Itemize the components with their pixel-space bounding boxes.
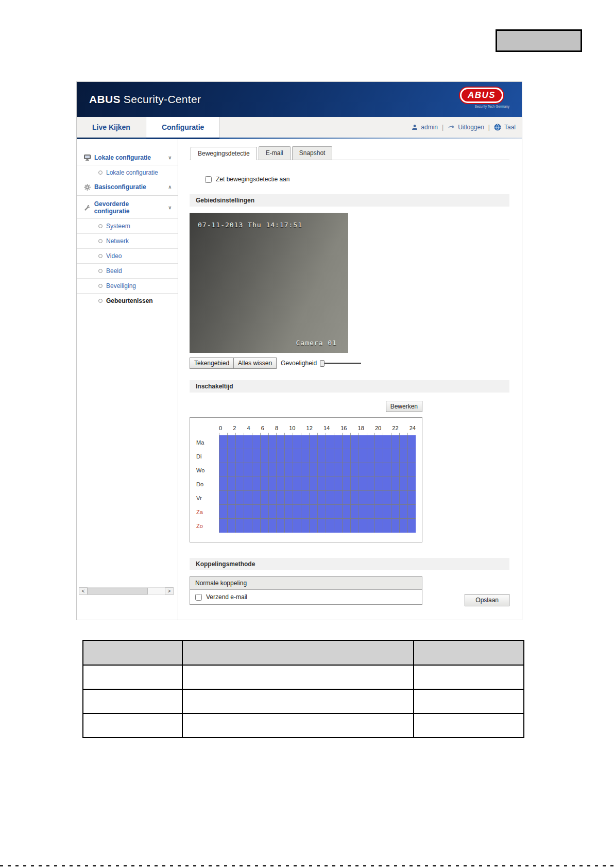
hour-label: 18 bbox=[358, 425, 364, 431]
day-label-zo: Zo bbox=[195, 523, 219, 529]
nav-tab-configuration-label: Configuratie bbox=[162, 123, 204, 131]
table-header-cell bbox=[83, 640, 182, 665]
hour-label: 0 bbox=[219, 425, 222, 431]
sidebar-group-local-config[interactable]: Lokale configuratie ∨ bbox=[77, 150, 178, 165]
table-row bbox=[83, 713, 524, 738]
schedule-row-ma[interactable] bbox=[219, 435, 416, 449]
table-row bbox=[83, 665, 524, 689]
sidebar-group-basic-config[interactable]: Basisconfiguratie ∧ bbox=[77, 180, 178, 194]
scrollbar-thumb[interactable] bbox=[88, 588, 148, 594]
table-cell bbox=[83, 665, 182, 689]
table-cell bbox=[182, 665, 414, 689]
sidebar-group-label: Lokale configuratie bbox=[94, 154, 151, 161]
sidebar-item-netwerk[interactable]: Netwerk bbox=[77, 233, 178, 248]
scroll-right-arrow[interactable]: > bbox=[165, 587, 174, 595]
sidebar-group-advanced-config[interactable]: Gevorderde configuratie ∨ bbox=[77, 197, 178, 218]
radio-bullet-icon bbox=[98, 224, 103, 228]
language-link[interactable]: Taal bbox=[504, 124, 516, 131]
content-tabbar: Bewegingsdetectie E-mail Snapshot bbox=[190, 146, 509, 160]
separator: | bbox=[488, 124, 490, 131]
table-cell bbox=[414, 665, 524, 689]
sensitivity-label: Gevoeligheid bbox=[281, 360, 317, 367]
day-label-do: Do bbox=[195, 481, 219, 487]
sidebar-item-label: Gebeurtenissen bbox=[106, 297, 153, 304]
camera-preview[interactable]: 07-11-2013 Thu 14:17:51 Camera 01 bbox=[190, 213, 348, 353]
radio-bullet-icon bbox=[98, 269, 103, 273]
tab-snapshot[interactable]: Snapshot bbox=[292, 146, 333, 160]
logout-link[interactable]: Uitloggen bbox=[458, 124, 484, 131]
sidebar-item-beveiliging[interactable]: Beveiliging bbox=[77, 278, 178, 293]
slider-track[interactable] bbox=[325, 363, 361, 364]
day-label-di: Di bbox=[195, 453, 219, 459]
schedule-row-vr[interactable] bbox=[219, 491, 416, 505]
sidebar-item-video[interactable]: Video bbox=[77, 248, 178, 263]
schedule-row-zo[interactable] bbox=[219, 519, 416, 533]
nav-tab-live-view[interactable]: Live Kijken bbox=[77, 117, 146, 138]
hour-label: 20 bbox=[375, 425, 381, 431]
table-cell bbox=[414, 689, 524, 713]
chevron-up-icon: ∧ bbox=[168, 184, 174, 190]
radio-bullet-icon bbox=[98, 254, 103, 258]
tab-email[interactable]: E-mail bbox=[259, 146, 291, 160]
hour-label: 10 bbox=[289, 425, 295, 431]
brand-rest: Security-Center bbox=[121, 93, 201, 105]
send-email-checkbox[interactable] bbox=[195, 594, 202, 601]
chevron-down-icon: ∨ bbox=[168, 155, 174, 160]
schedule-row-di[interactable] bbox=[219, 449, 416, 463]
radio-bullet-icon bbox=[98, 299, 103, 303]
main-content: Bewegingsdetectie E-mail Snapshot Zet be… bbox=[178, 139, 522, 620]
day-label-vr: Vr bbox=[195, 495, 219, 501]
linkage-table-header: Normale koppeling bbox=[190, 577, 422, 590]
hour-label: 12 bbox=[306, 425, 313, 431]
table-cell bbox=[414, 713, 524, 738]
clear-all-button[interactable]: Alles wissen bbox=[233, 358, 277, 369]
username[interactable]: admin bbox=[421, 124, 438, 131]
table-header-row bbox=[83, 640, 524, 665]
hour-label: 2 bbox=[233, 425, 236, 431]
sidebar-item-label: Netwerk bbox=[106, 237, 129, 245]
sensitivity-slider[interactable] bbox=[320, 360, 361, 367]
abus-logo: ABUS Security Tech Germany bbox=[453, 88, 510, 108]
scroll-left-arrow[interactable]: < bbox=[79, 587, 88, 595]
section-header-area: Gebiedsinstellingen bbox=[190, 194, 509, 207]
user-menu: admin | Uitloggen | Taal bbox=[412, 117, 516, 138]
table-header-cell bbox=[182, 640, 414, 665]
draw-area-button[interactable]: Tekengebied bbox=[190, 358, 234, 369]
sidebar-item-gebeurtenissen[interactable]: Gebeurtenissen bbox=[77, 293, 178, 308]
schedule-row-do[interactable] bbox=[219, 477, 416, 491]
day-label-ma: Ma bbox=[195, 439, 219, 446]
document-table bbox=[82, 640, 524, 738]
user-icon bbox=[412, 124, 418, 130]
section-header-linkage: Koppelingsmethode bbox=[190, 558, 509, 570]
tab-bewegingsdetectie[interactable]: Bewegingsdetectie bbox=[191, 147, 257, 160]
app-window: ABUS Security-Center ABUS Security Tech … bbox=[76, 81, 522, 620]
sidebar-item-label: Lokale configuratie bbox=[106, 169, 158, 176]
monitor-icon bbox=[84, 155, 91, 161]
logout-icon bbox=[448, 125, 455, 130]
sidebar-group-label: Basisconfiguratie bbox=[94, 183, 146, 191]
video-camera-label: Camera 01 bbox=[296, 339, 337, 347]
scrollbar-track[interactable] bbox=[88, 587, 165, 595]
slider-thumb[interactable] bbox=[320, 360, 325, 367]
hour-label: 14 bbox=[323, 425, 330, 431]
save-button[interactable]: Opslaan bbox=[465, 594, 509, 606]
sidebar-item-lokale-configuratie[interactable]: Lokale configuratie bbox=[77, 165, 178, 180]
radio-bullet-icon bbox=[98, 284, 103, 288]
table-cell bbox=[182, 713, 414, 738]
enable-motion-checkbox[interactable] bbox=[205, 176, 212, 183]
table-cell bbox=[83, 689, 182, 713]
sidebar-item-label: Beveiliging bbox=[106, 282, 136, 290]
schedule-row-wo[interactable] bbox=[219, 463, 416, 477]
schedule-row-za[interactable] bbox=[219, 505, 416, 519]
radio-bullet-icon bbox=[98, 239, 103, 243]
sidebar-item-systeem[interactable]: Systeem bbox=[77, 218, 178, 233]
sidebar-item-beeld[interactable]: Beeld bbox=[77, 263, 178, 278]
chevron-down-icon: ∨ bbox=[168, 205, 174, 210]
day-label-wo: Wo bbox=[195, 467, 219, 473]
separator: | bbox=[442, 124, 444, 131]
schedule-grid: 0 2 4 6 8 10 12 14 16 18 20 22 24 Ma Di bbox=[190, 417, 422, 542]
edit-schedule-button[interactable]: Bewerken bbox=[386, 401, 422, 412]
table-cell bbox=[83, 713, 182, 738]
section-header-schedule: Inschakeltijd bbox=[190, 380, 509, 393]
nav-tab-configuration[interactable]: Configuratie bbox=[146, 117, 220, 138]
